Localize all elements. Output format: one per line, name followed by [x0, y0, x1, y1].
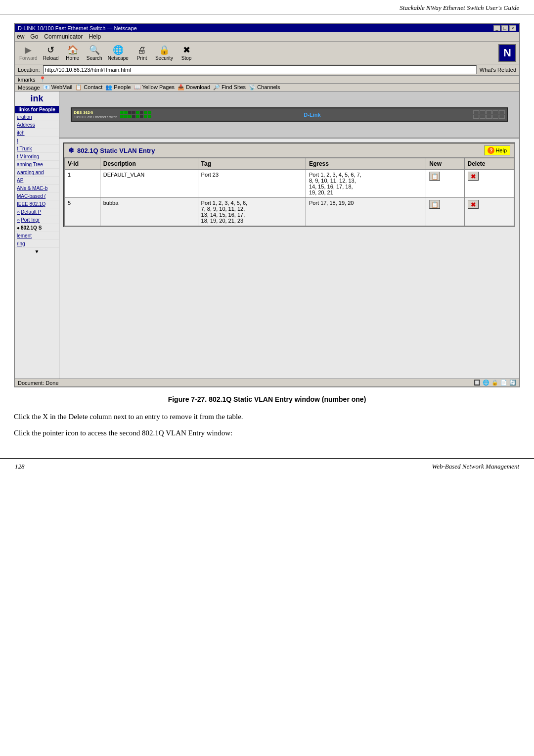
- close-button[interactable]: ×: [509, 25, 516, 31]
- col-description: Description: [100, 158, 198, 170]
- tab-download[interactable]: 📥 Download: [178, 84, 210, 91]
- switch-subtitle: 10/100 Fast Ethernet Switch: [74, 115, 117, 119]
- security-button[interactable]: 🔒 Security: [154, 43, 175, 62]
- sidebar-item-t[interactable]: t: [15, 137, 59, 145]
- menu-go[interactable]: Go: [30, 33, 38, 40]
- menu-communicator[interactable]: Communicator: [44, 33, 83, 40]
- tab-people[interactable]: 👥 People: [105, 84, 131, 91]
- reload-icon: ↺: [45, 45, 57, 55]
- large-port: [480, 110, 486, 114]
- sidebar-item-forwarding[interactable]: warding and: [15, 169, 59, 177]
- cell-egress-1: Port 1, 2, 3, 4, 5, 6, 7,8, 9, 10, 11, 1…: [306, 170, 426, 198]
- netscape-button[interactable]: 🌐 Netscape: [106, 43, 130, 62]
- sidebar-item-spanning-tree[interactable]: anning Tree: [15, 161, 59, 169]
- print-button[interactable]: 🖨 Print: [132, 43, 152, 62]
- cell-delete-2: ✖: [464, 198, 514, 226]
- sidebar-item-address[interactable]: Address: [15, 121, 59, 129]
- large-port: [486, 115, 492, 119]
- port-indicator: [140, 115, 143, 118]
- browser-titlebar: D-LINK 10/100 Fast Ethernet Switch — Net…: [15, 24, 519, 32]
- browser-title: D-LINK 10/100 Fast Ethernet Switch — Net…: [18, 25, 137, 31]
- sidebar-item-ap[interactable]: AP: [15, 177, 59, 185]
- cell-tag-1: Port 23: [198, 170, 306, 198]
- tab-findsites[interactable]: 🔎 Find Sites: [213, 84, 246, 91]
- main-content: DES-3624i 10/100 Fast Ethernet Switch: [59, 92, 519, 378]
- footer-page-number: 128: [15, 463, 25, 471]
- browser-toolbar: ▶ Forward ↺ Reload 🏠 Home 🔍 Search 🌐 Net…: [15, 42, 519, 64]
- port-indicator: [144, 111, 147, 114]
- forward-icon: ▶: [22, 45, 34, 55]
- radio-8021qs: ●: [17, 225, 20, 231]
- menu-ew[interactable]: ew: [17, 33, 24, 40]
- location-bar: Location: What's Related: [15, 64, 519, 76]
- large-port: [499, 110, 505, 114]
- port-indicator: [136, 115, 139, 118]
- sidebar-item-ring[interactable]: ring: [15, 240, 59, 248]
- sidebar-item-lement[interactable]: lement: [15, 232, 59, 240]
- large-port: [473, 110, 479, 114]
- large-port: [492, 115, 498, 119]
- browser-statusbar: Document: Done 🔲 🌐 🔒 📄 🔄: [15, 378, 519, 386]
- large-port: [486, 110, 492, 114]
- nav-tabs: Message 📧 WebMail 📋 Contact 👥 People 📖 Y…: [15, 84, 519, 92]
- tab-message[interactable]: Message: [18, 85, 40, 91]
- col-new: New: [426, 158, 464, 170]
- status-icon-1: 🔲: [474, 379, 481, 386]
- status-icons: 🔲 🌐 🔒 📄 🔄: [474, 379, 516, 386]
- dlink-logo: ink: [15, 92, 59, 106]
- body-paragraph-2: Click the pointer icon to access the sec…: [14, 427, 520, 439]
- col-delete: Delete: [464, 158, 514, 170]
- home-button[interactable]: 🏠 Home: [63, 43, 83, 62]
- new-button-2[interactable]: 📋: [429, 200, 440, 209]
- sidebar-item-itch[interactable]: itch: [15, 129, 59, 137]
- sidebar-item-trunk[interactable]: t Trunk: [15, 145, 59, 153]
- help-button[interactable]: ? Help: [484, 145, 510, 155]
- tab-channels[interactable]: 📡 Channels: [249, 84, 280, 91]
- large-port: [499, 115, 505, 119]
- sidebar-item-ieee8021q[interactable]: IEEE 802.1Q: [15, 200, 59, 208]
- whats-related[interactable]: What's Related: [480, 67, 516, 73]
- switch-model: DES-3624i: [74, 110, 117, 115]
- maximize-button[interactable]: □: [501, 25, 508, 31]
- sidebar-item-ans-mac[interactable]: ANs & MAC-b: [15, 185, 59, 192]
- port-indicator: [128, 115, 132, 118]
- cell-delete-1: ✖: [464, 170, 514, 198]
- minimize-button[interactable]: _: [493, 25, 500, 31]
- tab-yellowpages[interactable]: 📖 Yellow Pages: [134, 84, 175, 91]
- switch-label-area: DES-3624i 10/100 Fast Ethernet Switch: [74, 110, 117, 119]
- sidebar-item-defaultp[interactable]: ○Default P: [15, 208, 59, 216]
- home-icon: 🏠: [67, 45, 79, 55]
- status-icon-4: 📄: [500, 379, 507, 386]
- help-icon: ?: [488, 147, 494, 154]
- tab-webmail[interactable]: 📧 WebMail: [43, 84, 73, 91]
- print-icon: 🖨: [136, 45, 148, 55]
- new-button-1[interactable]: 📋: [429, 172, 440, 181]
- vlan-title-icon: ❄: [68, 146, 74, 154]
- security-label: Security: [155, 55, 173, 61]
- tab-contact[interactable]: 📋 Contact: [75, 84, 102, 91]
- sidebar-item-portingr[interactable]: ○Port Ingr: [15, 216, 59, 224]
- large-port: [480, 115, 486, 119]
- forward-button[interactable]: ▶ Forward: [18, 43, 39, 62]
- sidebar-item-mirroring[interactable]: t Mirroring: [15, 153, 59, 161]
- radio-portingr: ○: [17, 217, 20, 223]
- cell-description-2: bubba: [100, 198, 198, 226]
- sidebar-item-8021qs[interactable]: ●802.1Q S: [15, 224, 59, 232]
- help-label: Help: [495, 147, 507, 153]
- sidebar-item-mac-based[interactable]: MAC-based (: [15, 192, 59, 200]
- reload-button[interactable]: ↺ Reload: [41, 43, 61, 62]
- cell-tag-2: Port 1, 2, 3, 4, 5, 6,7, 8, 9, 10, 11, 1…: [198, 198, 306, 226]
- cell-vid-2: 5: [65, 198, 100, 226]
- delete-button-1[interactable]: ✖: [468, 172, 479, 181]
- home-label: Home: [66, 55, 79, 61]
- delete-button-2[interactable]: ✖: [468, 200, 479, 209]
- bookmarks-location-icon[interactable]: 📍: [39, 76, 46, 83]
- menu-help[interactable]: Help: [89, 33, 101, 40]
- stop-button[interactable]: ✖ Stop: [177, 43, 196, 62]
- location-input[interactable]: [43, 65, 477, 74]
- browser-content: ink links for People uration Address itc…: [15, 92, 519, 378]
- port-indicator: [124, 111, 128, 114]
- search-button[interactable]: 🔍 Search: [85, 43, 104, 62]
- sidebar-item-uration[interactable]: uration: [15, 113, 59, 121]
- security-icon: 🔒: [158, 45, 170, 55]
